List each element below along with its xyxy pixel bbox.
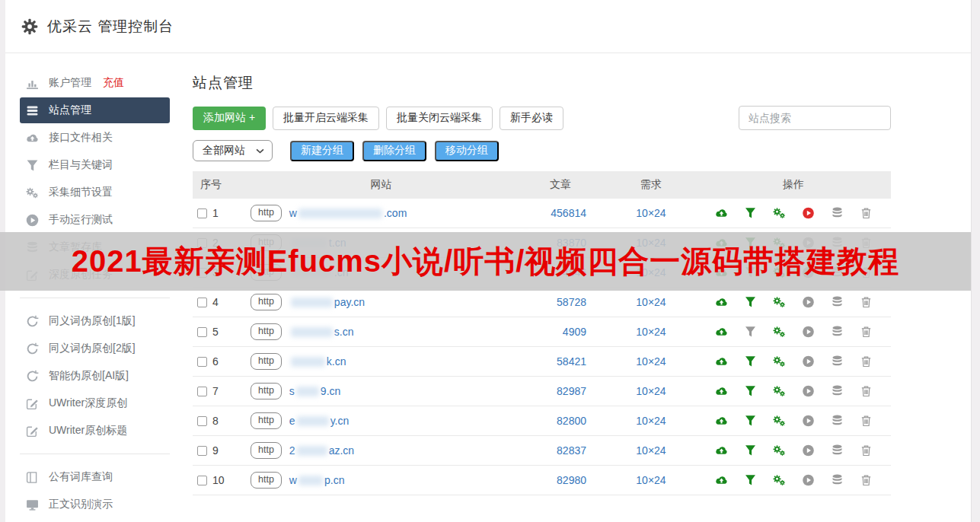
trash-icon[interactable] (860, 474, 873, 486)
site-link[interactable]: s.cn (289, 326, 354, 338)
play-icon[interactable] (802, 474, 815, 486)
sidebar-item-bar-chart[interactable]: 账户管理 充值 (20, 70, 170, 96)
demand-value[interactable]: 10×24 (606, 266, 696, 279)
database-icon[interactable] (831, 207, 844, 219)
articles-count[interactable]: 82987 (515, 385, 606, 397)
row-checkbox[interactable] (197, 298, 207, 307)
filter-icon[interactable] (744, 474, 757, 486)
filter-icon[interactable] (744, 444, 757, 457)
database-icon[interactable] (831, 296, 844, 308)
sidebar-item-book[interactable]: 公有词库查询 (20, 464, 170, 490)
trash-icon[interactable] (860, 444, 873, 457)
site-link[interactable]: w.com (289, 207, 407, 219)
sidebar-item-list[interactable]: 站点管理 (20, 97, 170, 123)
articles-count[interactable]: 82837 (515, 444, 606, 457)
cloud-upload-icon[interactable] (715, 207, 728, 219)
articles-count[interactable]: 58421 (515, 355, 606, 368)
row-checkbox[interactable] (197, 416, 207, 426)
demand-value[interactable]: 10×24 (606, 326, 696, 338)
site-link[interactable]: .cn (289, 266, 349, 279)
site-link[interactable]: k.cn (289, 355, 346, 368)
trash-icon[interactable] (860, 266, 873, 279)
gears-icon[interactable] (773, 385, 786, 397)
play-icon[interactable] (802, 326, 815, 338)
sidebar-item-refresh[interactable]: 同义词伪原创[1版] (20, 308, 170, 334)
demand-value[interactable]: 10×24 (606, 474, 696, 486)
new-group-button[interactable]: 新建分组 (290, 141, 354, 161)
row-checkbox[interactable] (197, 238, 207, 248)
site-link[interactable]: s9.cn (289, 385, 340, 397)
gears-icon[interactable] (773, 237, 786, 249)
demand-value[interactable]: 10×24 (606, 296, 696, 308)
trash-icon[interactable] (860, 237, 873, 249)
gears-icon[interactable] (773, 474, 786, 486)
play-icon[interactable] (802, 444, 815, 457)
articles-count[interactable]: 4846 (515, 266, 606, 279)
site-link[interactable]: t.cn (289, 237, 346, 249)
add-site-button[interactable]: 添加网站 + (193, 107, 266, 130)
gears-icon[interactable] (773, 355, 786, 368)
site-link[interactable]: wp.cn (289, 474, 345, 486)
sidebar-item-database[interactable]: 文章暂存库 (20, 234, 170, 260)
database-icon[interactable] (831, 444, 844, 457)
cloud-upload-icon[interactable] (715, 266, 728, 279)
sidebar-item-refresh[interactable]: 智能伪原创[AI版] (20, 363, 170, 389)
cloud-upload-icon[interactable] (715, 415, 728, 427)
sidebar-item-cloud-upload[interactable]: 接口文件相关 (20, 125, 170, 151)
articles-count[interactable]: 82980 (515, 474, 606, 486)
play-icon[interactable] (802, 296, 815, 308)
trash-icon[interactable] (860, 326, 873, 338)
row-checkbox[interactable] (197, 327, 207, 337)
trash-icon[interactable] (860, 385, 873, 397)
sidebar-item-edit[interactable]: UWriter深度原创 (20, 390, 170, 416)
play-icon[interactable] (802, 266, 815, 279)
group-select[interactable]: 全部网站 (193, 140, 273, 161)
gears-icon[interactable] (773, 266, 786, 279)
database-icon[interactable] (831, 326, 844, 338)
row-checkbox[interactable] (197, 208, 207, 218)
articles-count[interactable]: 4909 (515, 326, 606, 338)
demand-value[interactable]: 10×24 (606, 385, 696, 397)
gears-icon[interactable] (773, 415, 786, 427)
cloud-upload-icon[interactable] (715, 237, 728, 249)
cloud-upload-icon[interactable] (715, 385, 728, 397)
cloud-upload-icon[interactable] (715, 355, 728, 368)
row-checkbox[interactable] (197, 268, 207, 278)
demand-value[interactable]: 10×24 (606, 415, 696, 427)
sidebar-item-edit[interactable]: UWriter原创标题 (20, 418, 170, 444)
filter-icon[interactable] (744, 266, 757, 279)
gears-icon[interactable] (773, 326, 786, 338)
sidebar-item-monitor[interactable]: 正文识别演示 (20, 492, 170, 517)
database-icon[interactable] (831, 237, 844, 249)
sidebar-item-filter[interactable]: 栏目与关键词 (20, 152, 170, 178)
site-link[interactable]: 2az.cn (289, 444, 354, 457)
cloud-upload-icon[interactable] (715, 296, 728, 308)
play-icon[interactable] (802, 207, 815, 219)
database-icon[interactable] (831, 355, 844, 368)
row-checkbox[interactable] (197, 476, 207, 485)
cloud-upload-icon[interactable] (715, 444, 728, 457)
row-checkbox[interactable] (197, 357, 207, 367)
trash-icon[interactable] (860, 415, 873, 427)
newbie-guide-button[interactable]: 新手必读 (500, 107, 563, 130)
demand-value[interactable]: 10×24 (606, 355, 696, 368)
delete-group-button[interactable]: 删除分组 (362, 141, 426, 161)
articles-count[interactable]: 83870 (515, 237, 606, 249)
move-group-button[interactable]: 移动分组 (435, 141, 499, 161)
sidebar-item-gears[interactable]: 采集细节设置 (20, 180, 170, 205)
demand-value[interactable]: 10×24 (606, 444, 696, 457)
site-search-input[interactable] (739, 106, 891, 130)
gears-icon[interactable] (773, 207, 786, 219)
play-icon[interactable] (802, 355, 815, 368)
sidebar-item-edit[interactable]: 深度原创任务 (20, 262, 170, 288)
demand-value[interactable]: 10×24 (606, 237, 696, 249)
demand-value[interactable]: 10×24 (606, 207, 696, 219)
batch-open-button[interactable]: 批量开启云端采集 (273, 107, 379, 130)
trash-icon[interactable] (860, 355, 873, 368)
play-icon[interactable] (802, 385, 815, 397)
scrollbar[interactable] (971, 0, 980, 522)
filter-icon[interactable] (744, 326, 757, 338)
filter-icon[interactable] (744, 296, 757, 308)
articles-count[interactable]: 456814 (515, 207, 606, 219)
recharge-badge[interactable]: 充值 (103, 76, 124, 90)
